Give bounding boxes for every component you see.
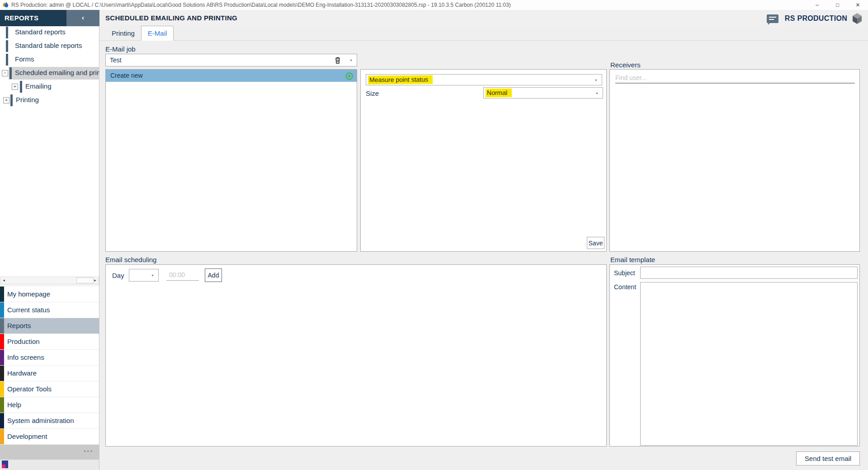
send-test-email-button[interactable]: Send test email <box>796 451 860 465</box>
add-schedule-button[interactable]: Add <box>205 268 222 282</box>
tab-email[interactable]: E-Mail <box>141 26 174 41</box>
dropdown-arrow-icon[interactable]: ▼ <box>349 59 353 62</box>
tree-item-bar <box>10 94 13 106</box>
find-user-input[interactable] <box>615 73 855 84</box>
time-input[interactable] <box>166 269 199 281</box>
nav-item-label: Hardware <box>7 369 37 377</box>
window-title-bar: RS Production: admin @ LOCAL / C:\Users\… <box>0 0 868 10</box>
receivers-panel <box>609 69 860 252</box>
content-label: Content <box>614 283 636 291</box>
email-job-combobox[interactable]: Test ▼ <box>105 54 357 66</box>
window-title: RS Production: admin @ LOCAL / C:\Users\… <box>11 2 511 8</box>
content-textarea[interactable] <box>640 282 858 446</box>
subject-label: Subject <box>614 269 635 277</box>
sidebar-collapse-chevron-icon[interactable]: ‹ <box>66 10 99 26</box>
nav-item-my-homepage[interactable]: My homepage <box>0 287 99 302</box>
size-label: Size <box>366 89 379 97</box>
delete-job-trash-icon[interactable] <box>333 56 342 65</box>
minimize-button-icon[interactable]: – <box>807 0 827 10</box>
nav-item-development[interactable]: Development <box>0 429 99 445</box>
tree-item-printing[interactable]: + Printing <box>0 94 99 107</box>
nav-item-stripe <box>0 287 4 302</box>
collapse-expander-icon[interactable]: − <box>2 70 8 76</box>
nav-item-help[interactable]: Help <box>0 397 99 413</box>
subject-input[interactable] <box>640 267 858 279</box>
tree-item-label: Standard table reports <box>15 42 82 49</box>
scroll-left-arrow-icon[interactable]: ◂ <box>0 277 7 284</box>
tree-item-label: Emailing <box>25 82 52 90</box>
maximize-button-icon[interactable]: □ <box>827 0 848 10</box>
nav-item-stripe <box>0 302 4 318</box>
brand-name: RS PRODUCTION <box>785 14 847 23</box>
close-button-icon[interactable]: ✕ <box>848 0 868 10</box>
nav-item-label: Development <box>7 432 47 440</box>
expand-expander-icon[interactable]: + <box>12 84 18 90</box>
nav-item-hardware[interactable]: Hardware <box>0 366 99 381</box>
brand-hexagon-logo-icon <box>852 13 863 24</box>
sidebar-header: REPORTS ‹ <box>0 10 99 26</box>
dropdown-arrow-icon[interactable]: ▼ <box>151 274 154 277</box>
nav-item-stripe <box>0 429 4 444</box>
size-dropdown[interactable]: Normal ▼ <box>483 87 603 99</box>
tree-item-emailing[interactable]: + Emailing <box>0 80 99 94</box>
page-header: SCHEDULED EMAILING AND PRINTING RS PRODU… <box>99 10 868 26</box>
tree-item-bar <box>9 67 12 79</box>
tree-item-scheduled-emailing-and-printing[interactable]: − Scheduled emailing and printing <box>0 66 99 80</box>
nav-item-stripe <box>0 350 4 365</box>
sidebar-title: REPORTS <box>5 10 38 26</box>
email-job-label: E-Mail job <box>105 45 136 53</box>
nav-item-info-screens[interactable]: Info screens <box>0 350 99 366</box>
tree-item-label: Scheduled emailing and printing <box>15 69 99 76</box>
scroll-right-arrow-icon[interactable]: ▸ <box>92 277 99 284</box>
email-job-list: Create new <box>105 69 357 252</box>
tab-strip: Printing E-Mail <box>99 26 868 41</box>
receivers-label: Receivers <box>610 61 641 69</box>
nav-item-stripe <box>0 397 4 413</box>
nav-item-current-status[interactable]: Current status <box>0 302 99 318</box>
create-new-job-row[interactable]: Create new <box>106 70 357 82</box>
add-job-plus-icon[interactable] <box>345 72 353 80</box>
tree-item-label: Standard reports <box>15 28 66 36</box>
app-logo-icon <box>2 2 9 8</box>
nav-item-label: My homepage <box>7 290 50 298</box>
dropdown-arrow-icon[interactable]: ▼ <box>595 92 599 95</box>
nav-item-label: Current status <box>7 306 50 314</box>
nav-item-label: Production <box>7 338 40 345</box>
nav-item-label: Info screens <box>7 353 44 361</box>
reports-sidebar: REPORTS ‹ Standard reports Standard tabl… <box>0 10 99 470</box>
tree-item-bar <box>20 81 22 93</box>
scrollbar-thumb[interactable] <box>76 277 94 283</box>
brand-flag-icon <box>2 461 8 468</box>
nav-item-label: Help <box>7 401 21 409</box>
nav-item-stripe <box>0 318 4 334</box>
nav-overflow-dots-icon[interactable]: ••• <box>84 448 94 455</box>
report-type-dropdown[interactable]: Measure point status ▼ <box>366 74 602 85</box>
dropdown-arrow-icon[interactable]: ▼ <box>594 79 598 82</box>
nav-item-production[interactable]: Production <box>0 334 99 350</box>
tree-item-bar <box>6 54 8 66</box>
expand-expander-icon[interactable]: + <box>3 97 9 103</box>
nav-item-reports[interactable]: Reports <box>0 318 99 334</box>
nav-item-system-administration[interactable]: System administration <box>0 413 99 429</box>
email-job-selected-value: Test <box>110 56 122 64</box>
main-navigation: My homepage Current status Reports Produ… <box>0 287 99 445</box>
create-new-label: Create new <box>110 72 143 79</box>
nav-item-operator-tools[interactable]: Operator Tools <box>0 381 99 397</box>
page-title: SCHEDULED EMAILING AND PRINTING <box>105 10 237 26</box>
window-controls: – □ ✕ <box>807 0 868 10</box>
day-dropdown[interactable]: ▼ <box>129 269 159 282</box>
sidebar-bottom-strip <box>0 460 99 470</box>
report-type-value: Measure point status <box>368 75 433 85</box>
tree-item-standard-reports[interactable]: Standard reports <box>0 26 99 39</box>
email-template-panel: Subject Content <box>609 264 860 446</box>
tree-item-standard-table-reports[interactable]: Standard table reports <box>0 39 99 53</box>
brand-cluster: RS PRODUCTION <box>767 13 863 24</box>
nav-item-stripe <box>0 413 4 428</box>
email-scheduling-label: Email scheduling <box>105 256 156 263</box>
tree-item-forms[interactable]: Forms <box>0 53 99 66</box>
email-template-label: Email template <box>610 256 655 263</box>
tab-printing[interactable]: Printing <box>105 26 141 40</box>
nav-item-stripe <box>0 334 4 349</box>
feedback-chat-icon[interactable] <box>767 14 778 23</box>
save-button[interactable]: Save <box>587 237 604 249</box>
